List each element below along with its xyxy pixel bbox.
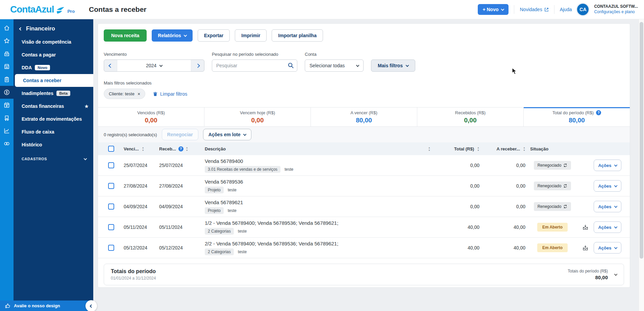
ajuda-link[interactable]: Ajuda bbox=[560, 7, 572, 12]
novidades-link[interactable]: Novidades bbox=[520, 7, 548, 12]
summary-card-vencem-hoje-r-[interactable]: Vencem hoje (R$) 0,00 bbox=[204, 107, 311, 126]
row-a-receber: 0,00 bbox=[516, 163, 525, 168]
table-row: 25/07/2024 25/07/2024 Venda 56789400 3.0… bbox=[98, 155, 630, 176]
row-recebimento: 27/08/2024 bbox=[159, 183, 183, 189]
sidebar-item-contas-financeiras[interactable]: Contas financeiras bbox=[14, 100, 93, 113]
dollar-circle-icon[interactable] bbox=[0, 86, 14, 99]
row-a-receber: 0,00 bbox=[516, 183, 525, 189]
help-icon[interactable] bbox=[596, 110, 601, 115]
renegotiated-icon bbox=[563, 163, 567, 167]
divider bbox=[514, 5, 514, 14]
row-checkbox[interactable] bbox=[108, 183, 114, 189]
status-badge: Em Aberto bbox=[537, 223, 568, 232]
row-checkbox[interactable] bbox=[108, 245, 114, 251]
sidebar-item-contas-a-receber[interactable]: Contas a receber bbox=[15, 74, 93, 87]
link-icon[interactable] bbox=[0, 137, 14, 150]
envelope-arrow-icon[interactable] bbox=[582, 245, 589, 251]
avatar[interactable]: CA bbox=[577, 4, 589, 15]
next-period-button[interactable] bbox=[191, 60, 204, 71]
star-icon[interactable] bbox=[0, 34, 14, 47]
sidebar-back-financeiro[interactable]: Financeiro bbox=[14, 25, 93, 32]
row-total: 0,00 bbox=[470, 163, 479, 168]
sort-recebimento-icon[interactable] bbox=[186, 146, 188, 151]
search-input[interactable] bbox=[212, 59, 297, 72]
row-checkbox[interactable] bbox=[108, 204, 114, 210]
sidebar-item-vis-o-de-compet-ncia[interactable]: Visão de competência bbox=[14, 35, 93, 48]
external-link-icon bbox=[544, 7, 549, 12]
sort-descricao-icon[interactable] bbox=[428, 146, 430, 151]
row-recebimento: 25/07/2024 bbox=[159, 163, 183, 168]
chevron-down-icon bbox=[406, 64, 409, 67]
scrollbar-thumb[interactable] bbox=[640, 22, 643, 259]
row-checkbox[interactable] bbox=[108, 162, 114, 168]
sidebar-item-fluxo-de-caixa[interactable]: Fluxo de caixa bbox=[14, 125, 93, 138]
rate-design-bar[interactable]: Avalie o nosso design bbox=[0, 301, 93, 311]
help-recebimento-icon[interactable] bbox=[178, 146, 183, 151]
row-acoes-button[interactable]: Ações bbox=[594, 160, 621, 171]
chevron-down-icon[interactable] bbox=[614, 272, 618, 276]
renegociar-button[interactable]: Renegociar bbox=[162, 129, 198, 140]
sort-a-receber-icon[interactable] bbox=[523, 146, 525, 151]
limpar-filtros-link[interactable]: Limpar filtros bbox=[153, 91, 187, 97]
summary-cards: Vencidos (R$) 0,00 Vencem hoje (R$) 0,00… bbox=[98, 107, 630, 127]
row-note: teste bbox=[228, 188, 237, 192]
line-chart-icon[interactable] bbox=[0, 124, 14, 137]
clipboard-icon[interactable] bbox=[0, 73, 14, 86]
row-acoes-button[interactable]: Ações bbox=[594, 180, 621, 192]
summary-card-vencidos-r-[interactable]: Vencidos (R$) 0,00 bbox=[98, 107, 204, 126]
remove-chip-icon[interactable] bbox=[138, 92, 140, 96]
badge-beta: Beta bbox=[56, 91, 70, 96]
importar-planilha-button[interactable]: Importar planilha bbox=[272, 29, 323, 42]
account-settings-link[interactable]: Configurações e plano bbox=[594, 9, 638, 15]
chevron-down-icon bbox=[614, 163, 617, 167]
novo-button[interactable]: + Novo bbox=[478, 4, 509, 15]
sidebar-item-contas-a-pagar[interactable]: Contas a pagar bbox=[14, 48, 93, 61]
select-all-checkbox[interactable] bbox=[108, 146, 114, 152]
search-icon[interactable] bbox=[288, 62, 294, 70]
sort-vencimento-icon[interactable] bbox=[142, 146, 144, 151]
sidebar-item-inadimplentes[interactable]: Inadimplentes Beta bbox=[14, 87, 93, 100]
contaazul-logo[interactable]: ContaAzul Pro bbox=[10, 5, 75, 14]
sidebar-item-extrato-de-movimenta-es[interactable]: Extrato de movimentações bbox=[14, 113, 93, 125]
filter-chip-cliente-teste[interactable]: Cliente: teste bbox=[104, 89, 145, 99]
scrollbar-track[interactable] bbox=[639, 19, 644, 311]
summary-card-a-vencer-r-[interactable]: A vencer (R$) 80,00 bbox=[311, 107, 417, 126]
envelope-arrow-icon[interactable] bbox=[582, 224, 589, 231]
year-select[interactable]: 2024 bbox=[117, 60, 191, 71]
conta-select[interactable]: Selecionar todas bbox=[305, 59, 364, 72]
row-acoes-button[interactable]: Ações bbox=[594, 201, 621, 212]
vencimento-label: Vencimento bbox=[104, 52, 204, 57]
exportar-button[interactable]: Exportar bbox=[198, 29, 230, 42]
sidebar-item-cadastros[interactable]: CADASTROS bbox=[14, 153, 93, 165]
row-recebimento: 05/11/2024 bbox=[159, 224, 182, 230]
mais-filtros-button[interactable]: Mais filtros bbox=[371, 59, 415, 72]
cash-register-icon[interactable] bbox=[0, 47, 14, 60]
chevron-down-icon bbox=[356, 64, 360, 67]
row-a-receber: 0,00 bbox=[516, 204, 525, 209]
acoes-em-lote-button[interactable]: Ações em lote bbox=[203, 129, 251, 140]
sidebar-item-hist-rico[interactable]: Histórico bbox=[14, 138, 93, 151]
row-total: 40,00 bbox=[468, 245, 479, 250]
row-acoes-button[interactable]: Ações bbox=[594, 242, 621, 254]
row-acoes-button[interactable]: Ações bbox=[594, 221, 621, 233]
sidebar-item-dda[interactable]: DDA Novo bbox=[14, 61, 93, 74]
col-vencimento: Venci... bbox=[124, 146, 139, 151]
star-icon[interactable] bbox=[84, 104, 89, 109]
previous-period-button[interactable] bbox=[104, 60, 117, 71]
calendar-money-icon[interactable] bbox=[0, 99, 14, 112]
home-icon[interactable] bbox=[0, 22, 14, 34]
store-icon[interactable] bbox=[0, 60, 14, 73]
relatorios-button[interactable]: Relatórios bbox=[152, 29, 192, 42]
col-a-receber: A receber... bbox=[496, 146, 520, 151]
delivery-icon[interactable] bbox=[0, 112, 14, 124]
sidebar-collapse-button[interactable] bbox=[85, 300, 97, 311]
imprimir-button[interactable]: Imprimir bbox=[235, 29, 267, 42]
summary-card-total-do-per-odo-r-[interactable]: Total do período (R$) 80,00 bbox=[524, 107, 630, 126]
row-checkbox[interactable] bbox=[108, 224, 114, 230]
nova-receita-button[interactable]: Nova receita bbox=[104, 29, 147, 42]
summary-card-recebidos-r-[interactable]: Recebidos (R$) 0,00 bbox=[417, 107, 524, 126]
chevron-left-icon bbox=[90, 304, 93, 308]
col-total: Total (R$) bbox=[454, 146, 474, 151]
sort-total-icon[interactable] bbox=[477, 146, 479, 151]
row-note: teste bbox=[284, 167, 293, 172]
